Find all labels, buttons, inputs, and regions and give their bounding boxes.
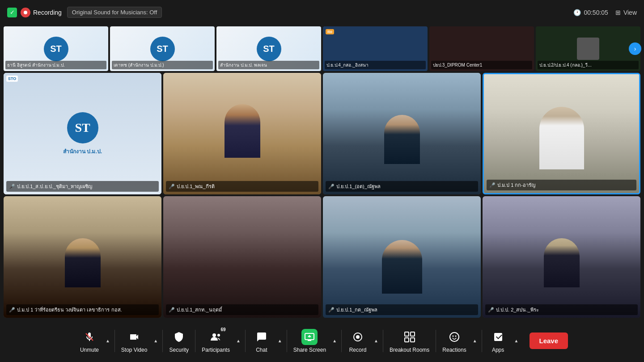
record-group: Record ▲: [344, 326, 380, 356]
apps-caret[interactable]: ▲: [513, 337, 521, 344]
apps-button[interactable]: Apps: [485, 326, 512, 356]
svg-point-2: [217, 334, 220, 337]
top-tile-1-label: ธานี อิสูรตน์ สำนักงาน ป.ม.ป.: [5, 61, 106, 69]
top-tile-4-label: ป.ย.ป.4_กสอ._อิงสนา: [325, 61, 426, 69]
recording-dot: [21, 8, 30, 17]
stop-video-label: Stop Video: [121, 347, 148, 353]
stop-video-group: Stop Video ▲: [118, 326, 160, 356]
grid-icon: ⊞: [615, 9, 621, 16]
top-tile-6[interactable]: ป.ย.ป.2/ป.ย.ป.4 (กลอ.)_วี...: [536, 26, 640, 71]
svg-point-12: [455, 335, 457, 337]
top-tile-4[interactable]: ito ป.ย.ป.4_กสอ._อิงสนา: [323, 26, 428, 71]
sto-logo-1: STO: [6, 76, 18, 82]
participants-count: 69: [220, 327, 225, 332]
main-tile-4-label: 🎤 ป.ม.ป 1 กก-อารัญ: [487, 180, 636, 190]
recording-label: Recording: [33, 9, 62, 16]
main-grid: ST สำนักงาน ป.ม.ป. STO 🎤 ป.ย.ป.1_ส.ป.ย.ป…: [4, 73, 640, 318]
top-tile-3-label: สำนักงาน ป.ม.ป. พลเจน: [218, 61, 319, 69]
leave-button[interactable]: Leave: [530, 333, 568, 349]
security-button[interactable]: Security: [165, 326, 192, 356]
svg-rect-8: [405, 338, 409, 342]
chat-label: Chat: [256, 347, 267, 353]
svg-rect-9: [411, 338, 415, 342]
top-tile-5-label: ปยป.3_DIPROM Center1: [431, 61, 532, 69]
mic-muted-icon-1: 🎤: [9, 184, 15, 189]
svg-rect-6: [405, 332, 409, 336]
next-page-button[interactable]: ›: [629, 42, 641, 55]
participants-caret[interactable]: ▲: [234, 337, 242, 344]
unmute-caret[interactable]: ▲: [104, 337, 112, 344]
svg-point-5: [356, 335, 360, 339]
security-label: Security: [169, 347, 189, 353]
apps-icon: [490, 329, 506, 345]
top-tile-1[interactable]: ST ธานี อิสูรตน์ สำนักงาน ป.ม.ป.: [4, 26, 108, 71]
toolbar: Unmute ▲ Stop Video ▲ Security: [0, 320, 644, 362]
apps-label: Apps: [492, 347, 504, 353]
share-screen-label: Share Screen: [293, 347, 326, 353]
participants-group: 69 Participants ▲: [198, 326, 242, 356]
chat-group: Chat ▲: [248, 326, 284, 356]
top-tile-2[interactable]: ST เดาทช (สำนักงาน ป.ม.ป.): [110, 26, 215, 71]
security-icon: [171, 329, 187, 345]
record-label: Record: [349, 347, 367, 353]
breakout-rooms-label: Breakout Rooms: [390, 347, 429, 353]
share-screen-caret[interactable]: ▲: [330, 337, 339, 344]
mic-muted-icon-5: 🎤: [9, 307, 15, 313]
reactions-label: Reactions: [442, 347, 466, 353]
microphone-muted-icon: [81, 329, 97, 345]
share-screen-icon: [301, 329, 318, 345]
main-tile-5[interactable]: 🎤 ป.ม.ป 1 ว่าที่ร้อยตรีธน วงษ์จินดา เลขา…: [4, 196, 161, 318]
main-tile-8-label: 🎤 ป.ป.ป. 2_สปน._พีระ: [485, 304, 638, 315]
reactions-icon: [446, 329, 462, 345]
main-tile-2[interactable]: 🎤 ป.ย.ป.1_พณ_กีรติ: [163, 73, 321, 194]
mic-muted-icon-8: 🎤: [488, 307, 494, 313]
unmute-label: Unmute: [80, 347, 99, 353]
reactions-caret[interactable]: ▲: [471, 337, 479, 344]
main-tile-8[interactable]: 🎤 ป.ป.ป. 2_สปน._พีระ: [483, 196, 640, 318]
chat-button[interactable]: Chat: [248, 326, 275, 356]
top-tile-6-label: ป.ย.ป.2/ป.ย.ป.4 (กลอ.)_วี...: [538, 61, 639, 69]
sound-badge[interactable]: Original Sound for Musicians: Off: [67, 7, 162, 18]
unmute-group: Unmute ▲: [76, 326, 112, 356]
main-tile-6[interactable]: 🎤 ป.ย.ป.1_สกท._นฤดมั์: [163, 196, 321, 318]
svg-point-10: [450, 333, 459, 341]
breakout-rooms-icon: [402, 329, 418, 345]
video-off-icon: [126, 329, 142, 345]
chat-icon: [254, 329, 270, 345]
timer-display: 🕐 00:50:05: [573, 9, 608, 16]
breakout-rooms-button[interactable]: Breakout Rooms: [386, 326, 433, 356]
main-tile-3-label: 🎤 ป.ย.ป.1_(อต)_ณัฐพล: [326, 181, 478, 192]
mic-muted-icon-3: 🎤: [328, 184, 335, 189]
top-tile-3[interactable]: ST สำนักงาน ป.ม.ป. พลเจน: [216, 26, 321, 71]
chat-caret[interactable]: ▲: [276, 337, 284, 344]
mic-muted-icon-4: 🎤: [489, 182, 496, 188]
participants-label: Participants: [202, 347, 230, 353]
participants-button[interactable]: 69 Participants: [198, 326, 233, 356]
main-tile-7[interactable]: 🎤 ป.ย.ป.1_กต_ณัฐพล: [323, 196, 481, 318]
mic-muted-icon-7: 🎤: [328, 307, 335, 313]
stop-video-caret[interactable]: ▲: [152, 337, 160, 344]
record-caret[interactable]: ▲: [372, 337, 380, 344]
main-tile-4[interactable]: 🎤 ป.ม.ป 1 กก-อารัญ: [483, 73, 640, 194]
share-screen-group: Share Screen ▲: [290, 326, 339, 356]
participants-icon: 69: [208, 329, 224, 345]
main-tile-2-label: 🎤 ป.ย.ป.1_พณ_กีรติ: [166, 181, 318, 192]
record-icon: [350, 329, 366, 345]
mic-muted-icon-2: 🎤: [169, 184, 175, 189]
view-button[interactable]: ⊞ View: [615, 9, 637, 16]
record-button[interactable]: Record: [344, 326, 371, 356]
share-screen-button[interactable]: Share Screen: [290, 326, 330, 356]
main-tile-3[interactable]: 🎤 ป.ย.ป.1_(อต)_ณัฐพล: [323, 73, 481, 194]
apps-group: Apps ▲: [485, 326, 521, 356]
svg-rect-7: [411, 332, 415, 336]
svg-point-1: [212, 333, 216, 337]
clock-icon: 🕐: [573, 9, 581, 16]
top-tile-2-label: เดาทช (สำนักงาน ป.ม.ป.): [112, 61, 213, 69]
top-bar: ✓ Recording Original Sound for Musicians…: [0, 0, 644, 25]
main-tile-1[interactable]: ST สำนักงาน ป.ม.ป. STO 🎤 ป.ย.ป.1_ส.ป.ย.ป…: [4, 73, 161, 194]
stop-video-button[interactable]: Stop Video: [118, 326, 151, 356]
top-tile-5[interactable]: ปยป.3_DIPROM Center1: [429, 26, 534, 71]
reactions-button[interactable]: Reactions: [439, 326, 470, 356]
unmute-button[interactable]: Unmute: [76, 326, 103, 356]
main-tile-6-label: 🎤 ป.ย.ป.1_สกท._นฤดมั์: [166, 304, 318, 315]
